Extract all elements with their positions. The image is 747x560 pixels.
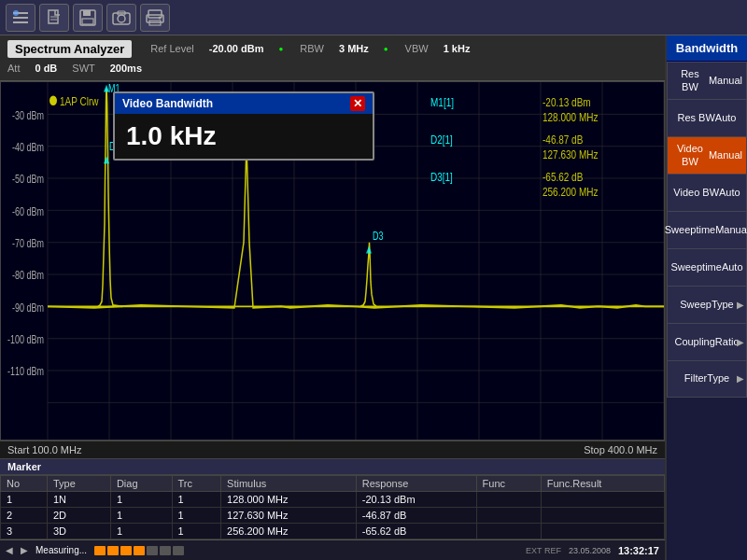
prog-seg-6 — [160, 546, 171, 555]
cell-func-result — [541, 508, 664, 524]
prog-seg-3 — [120, 546, 132, 555]
scroll-right-icon[interactable]: ▶ — [21, 545, 28, 555]
svg-text:127.630 MHz: 127.630 MHz — [543, 147, 599, 161]
svg-text:D2[1]: D2[1] — [430, 133, 453, 147]
cell-stimulus: 128.000 MHz — [221, 492, 357, 508]
svg-text:-46.87 dB: -46.87 dB — [543, 133, 583, 147]
col-func: Func — [476, 476, 541, 492]
vbw-popup-title: Video Bandwidth — [122, 97, 213, 110]
vbw-close-button[interactable]: ✕ — [350, 96, 365, 111]
svg-text:-30 dBm: -30 dBm — [12, 108, 44, 121]
prog-seg-2 — [107, 546, 119, 555]
ref-level-label: Ref Level — [150, 43, 193, 54]
main-area: Spectrum Analyzer Ref Level -20.00 dBm ●… — [0, 35, 747, 560]
svg-rect-1 — [13, 17, 28, 19]
sidebar-btn-label: Sweep — [680, 299, 712, 311]
col-type: Type — [47, 476, 110, 492]
svg-text:-70 dBm: -70 dBm — [12, 237, 44, 250]
sidebar-btn-label: Filter — [684, 372, 707, 385]
cell-response: -65.62 dB — [356, 524, 476, 539]
rbw-value: 3 MHz — [339, 43, 369, 54]
svg-text:-90 dBm: -90 dBm — [12, 301, 44, 314]
cell-trc: 1 — [172, 492, 221, 508]
toolbar-icon-print[interactable] — [140, 4, 170, 32]
sidebar-btn-label: Video BW — [673, 187, 719, 199]
date-label: 23.05.2008 — [569, 546, 611, 555]
cell-trc: 1 — [172, 508, 221, 524]
svg-rect-8 — [83, 10, 91, 16]
sidebar-btn-2[interactable]: Video BWManual — [667, 136, 747, 174]
svg-text:-50 dBm: -50 dBm — [12, 173, 44, 186]
cell-no: 3 — [1, 524, 48, 539]
sidebar-title: Bandwidth — [667, 35, 747, 62]
sidebar-btn-6[interactable]: SweepType▶ — [667, 286, 747, 323]
stop-freq: Stop 400.0 MHz — [584, 444, 657, 455]
sidebar-btn-5[interactable]: SweeptimeAuto — [667, 248, 747, 286]
sidebar-btn-7[interactable]: CouplingRatio▶ — [667, 323, 747, 360]
col-trc: Trc — [172, 476, 221, 492]
sidebar-btn-1[interactable]: Res BWAuto — [667, 99, 747, 136]
progress-bar — [94, 546, 184, 555]
marker-section: Marker No Type Diag Trc Stimulus Respons… — [0, 458, 665, 539]
rbw-dot: ● — [278, 45, 283, 53]
toolbar-icon-file[interactable] — [39, 4, 69, 32]
svg-point-3 — [13, 10, 19, 16]
ref-level-value: -20.00 dBm — [209, 43, 264, 54]
svg-point-16 — [159, 16, 162, 19]
analyzer-title: Spectrum Analyzer — [7, 40, 132, 58]
vbw-popup: Video Bandwidth ✕ 1.0 kHz — [113, 91, 374, 161]
sidebar-btn-4[interactable]: SweeptimeManual — [667, 211, 747, 248]
prog-seg-4 — [134, 546, 145, 555]
sidebar-btn-label: Manual — [709, 75, 742, 87]
table-row[interactable]: 3 3D 1 1 256.200 MHz -65.62 dB — [1, 524, 665, 539]
vbw-label: VBW — [405, 43, 429, 54]
cell-trc: 1 — [172, 524, 221, 539]
sidebar-btn-label: Res BW — [678, 112, 715, 124]
sidebar-btn-label: Sweeptime — [665, 224, 715, 236]
sidebar-btn-3[interactable]: Video BWAuto — [667, 174, 747, 211]
top-toolbar — [0, 0, 747, 35]
svg-text:-20.13 dBm: -20.13 dBm — [543, 95, 591, 109]
col-stimulus: Stimulus — [221, 476, 357, 492]
header-params: Ref Level -20.00 dBm ● RBW 3 MHz ● VBW 1… — [150, 43, 470, 54]
prog-seg-7 — [173, 546, 184, 555]
svg-point-64 — [49, 96, 57, 106]
sidebar-btn-label: Manual — [715, 224, 747, 236]
svg-text:-65.62 dB: -65.62 dB — [543, 169, 583, 183]
cell-stimulus: 256.200 MHz — [221, 524, 357, 539]
spectrum-bottom: Start 100.0 MHz Stop 400.0 MHz — [0, 441, 665, 458]
col-no: No — [1, 476, 48, 492]
svg-text:-40 dBm: -40 dBm — [12, 141, 44, 154]
table-row[interactable]: 2 2D 1 1 127.630 MHz -46.87 dB — [1, 508, 665, 524]
cell-response: -46.87 dB — [356, 508, 476, 524]
table-row[interactable]: 1 1N 1 1 128.000 MHz -20.13 dBm — [1, 492, 665, 508]
cell-diag: 1 — [110, 492, 172, 508]
sidebar-btn-label: Ratio — [715, 336, 740, 348]
toolbar-icon-save[interactable] — [73, 4, 103, 32]
cell-func — [476, 492, 541, 508]
svg-rect-9 — [82, 19, 93, 24]
rbw-label: RBW — [300, 43, 324, 54]
cell-func — [476, 508, 541, 524]
toolbar-icon-camera[interactable] — [106, 4, 136, 32]
swt-value: 200ms — [110, 63, 142, 74]
scroll-left-icon[interactable]: ◀ — [6, 545, 13, 555]
svg-text:-60 dBm: -60 dBm — [12, 204, 44, 217]
sidebar-btn-label: Manual — [709, 149, 742, 161]
col-diag: Diag — [110, 476, 172, 492]
prog-seg-5 — [147, 546, 158, 555]
svg-text:256.200 MHz: 256.200 MHz — [543, 184, 599, 198]
sidebar-btn-8[interactable]: FilterType▶ — [667, 360, 747, 398]
sidebar-btn-0[interactable]: Res BWManual — [667, 62, 747, 99]
cell-stimulus: 127.630 MHz — [221, 508, 357, 524]
sidebar-btn-label: Coupling — [674, 336, 714, 348]
cell-no: 1 — [1, 492, 48, 508]
toolbar-icon-menu[interactable] — [6, 4, 35, 32]
svg-rect-2 — [13, 21, 28, 23]
cell-diag: 1 — [110, 524, 172, 539]
bottom-bar: ◀ ▶ Measuring... EXT REF 23.05.2008 13:3… — [0, 539, 665, 560]
ext-ref-label: EXT REF — [526, 546, 561, 555]
svg-point-11 — [118, 15, 125, 22]
vbw-popup-value: 1.0 kHz — [115, 114, 373, 159]
sidebar-btn-label: Type — [712, 299, 734, 311]
